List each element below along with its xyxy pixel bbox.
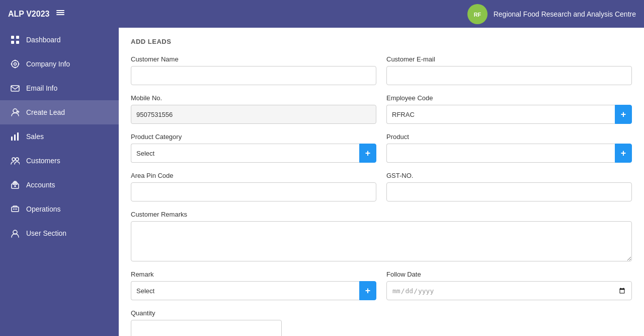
form-group-customer-name: Customer Name <box>131 55 376 85</box>
sidebar-label-dashboard: Dashboard <box>26 36 61 44</box>
svg-rect-6 <box>16 36 19 39</box>
form-group-remark: Remark + <box>131 271 376 300</box>
customer-name-input[interactable] <box>131 66 376 85</box>
product-category-add-button[interactable]: + <box>359 144 376 163</box>
sidebar-item-sales[interactable]: Sales <box>0 124 119 149</box>
sidebar-item-company-info[interactable]: Company Info <box>0 52 119 76</box>
mobile-no-input[interactable] <box>131 105 376 124</box>
employee-code-add-button[interactable]: + <box>615 105 632 124</box>
follow-date-label: Follow Date <box>386 271 632 278</box>
svg-rect-2 <box>56 14 64 15</box>
form-group-quantity: Quantity <box>131 309 376 336</box>
content-area: ADD LEADS Customer Name Customer E-mail <box>119 28 644 336</box>
employee-code-input[interactable] <box>386 105 615 124</box>
svg-point-17 <box>16 158 19 161</box>
sales-icon <box>10 131 20 142</box>
form-row-7: Quantity <box>131 309 632 336</box>
accounts-icon <box>10 180 20 190</box>
svg-rect-15 <box>17 132 19 141</box>
form-group-customer-email: Customer E-mail <box>386 55 632 85</box>
svg-rect-25 <box>16 209 17 210</box>
svg-rect-5 <box>11 36 14 39</box>
quantity-label: Quantity <box>131 309 376 317</box>
sidebar-item-create-lead[interactable]: Create Lead <box>0 100 119 124</box>
email-info-icon <box>10 83 20 93</box>
svg-rect-13 <box>11 137 13 141</box>
operations-icon <box>10 204 20 214</box>
area-pin-code-label: Area Pin Code <box>131 172 376 179</box>
sidebar-item-operations[interactable]: Operations <box>0 197 119 221</box>
customer-remarks-textarea[interactable] <box>131 221 632 261</box>
follow-date-input[interactable] <box>386 281 632 300</box>
form-group-follow-date: Follow Date <box>386 271 632 300</box>
area-pin-code-input[interactable] <box>131 182 376 201</box>
sidebar-label-company-info: Company Info <box>26 60 70 68</box>
sidebar-label-user-section: User Section <box>26 229 66 237</box>
product-category-input[interactable] <box>131 144 359 163</box>
product-category-wrapper: + <box>131 144 376 163</box>
customer-email-input[interactable] <box>386 66 632 85</box>
product-label: Product <box>386 133 632 141</box>
product-input[interactable] <box>386 144 615 163</box>
svg-rect-1 <box>56 12 64 13</box>
form-group-area-pin-code: Area Pin Code <box>131 172 376 201</box>
product-add-button[interactable]: + <box>615 144 632 163</box>
customer-remarks-label: Customer Remarks <box>131 211 632 218</box>
customer-name-label: Customer Name <box>131 55 376 63</box>
create-lead-icon <box>10 107 20 117</box>
main-layout: Dashboard Company Info Email Info Create… <box>0 28 644 336</box>
remark-wrapper: + <box>131 281 376 300</box>
form-row-3: Product Category + Product + <box>131 133 632 163</box>
svg-point-16 <box>12 158 15 161</box>
svg-rect-0 <box>56 10 64 11</box>
dashboard-icon <box>10 35 20 45</box>
sidebar-label-create-lead: Create Lead <box>26 108 65 116</box>
sidebar-item-accounts[interactable]: Accounts <box>0 173 119 197</box>
svg-point-10 <box>14 63 17 65</box>
form-group-product: Product + <box>386 133 632 163</box>
sidebar-item-email-info[interactable]: Email Info <box>0 76 119 100</box>
org-name: Regional Food Research and Analysis Cent… <box>494 10 636 18</box>
svg-point-12 <box>13 109 17 113</box>
header: ALP V2023 RF Regional Food Research and … <box>0 0 644 28</box>
sidebar-label-email-info: Email Info <box>26 84 57 92</box>
app-wrapper: ALP V2023 RF Regional Food Research and … <box>0 0 644 336</box>
page-title: ADD LEADS <box>131 38 632 45</box>
remark-input[interactable] <box>131 281 359 300</box>
form-group-gst-no: GST-NO. <box>386 172 632 201</box>
form-group-customer-remarks: Customer Remarks <box>131 211 632 261</box>
gst-no-label: GST-NO. <box>386 172 632 179</box>
sidebar-item-user-section[interactable]: User Section <box>0 221 119 245</box>
svg-rect-14 <box>14 135 16 141</box>
company-info-icon <box>10 59 20 69</box>
gst-no-input[interactable] <box>386 182 632 201</box>
svg-rect-21 <box>15 185 16 187</box>
app-title: ALP V2023 <box>8 10 49 19</box>
form-row-4: Area Pin Code GST-NO. <box>131 172 632 201</box>
customer-email-label: Customer E-mail <box>386 55 632 63</box>
sidebar: Dashboard Company Info Email Info Create… <box>0 28 119 336</box>
form-group-product-category: Product Category + <box>131 133 376 163</box>
remark-label: Remark <box>131 271 376 278</box>
header-left: ALP V2023 <box>8 8 65 20</box>
customers-icon <box>10 156 20 166</box>
form-row-1: Customer Name Customer E-mail <box>131 55 632 85</box>
form-group-employee-code: Employee Code + <box>386 94 632 124</box>
org-logo: RF <box>467 4 488 24</box>
remark-add-button[interactable]: + <box>359 281 376 300</box>
svg-rect-11 <box>11 86 19 91</box>
svg-rect-23 <box>13 209 14 210</box>
sidebar-label-customers: Customers <box>26 157 60 165</box>
svg-point-9 <box>12 60 19 68</box>
product-category-label: Product Category <box>131 133 376 141</box>
sidebar-item-customers[interactable]: Customers <box>0 149 119 173</box>
employee-code-label: Employee Code <box>386 94 632 102</box>
svg-text:RF: RF <box>474 12 481 18</box>
form-row-6: Remark + Follow Date <box>131 271 632 300</box>
svg-rect-24 <box>15 209 16 210</box>
svg-rect-7 <box>11 41 14 44</box>
sidebar-toggle-button[interactable] <box>55 8 65 20</box>
sidebar-item-dashboard[interactable]: Dashboard <box>0 28 119 52</box>
quantity-input[interactable] <box>131 320 282 336</box>
mobile-no-label: Mobile No. <box>131 94 376 102</box>
